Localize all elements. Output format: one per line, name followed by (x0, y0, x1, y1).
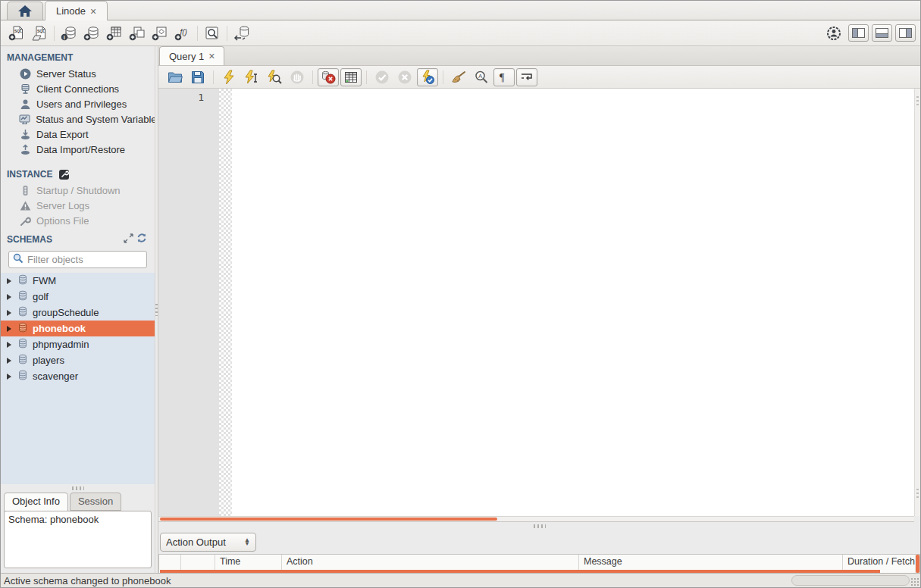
toggle-right-panel-icon[interactable] (895, 24, 916, 42)
schema-icon (17, 354, 28, 367)
toggle-stop-on-error-icon[interactable] (318, 68, 339, 86)
word-wrap-icon[interactable] (516, 68, 537, 86)
create-procedure-icon[interactable] (149, 23, 171, 43)
connection-tabbar: Linode × (1, 1, 920, 20)
limit-rows-icon[interactable] (340, 68, 362, 86)
resize-grip[interactable] (910, 577, 919, 586)
data-import-icon (19, 144, 31, 155)
tab-object-info[interactable]: Object Info (4, 493, 68, 511)
reconnect-database-icon[interactable] (230, 23, 253, 43)
sidebar-item-users-privileges[interactable]: Users and Privileges (1, 96, 155, 111)
output-vertical-scrollbar[interactable] (915, 555, 919, 573)
schema-row-groupschedule[interactable]: groupSchedule (1, 305, 155, 321)
sql-editor[interactable] (232, 89, 914, 516)
toggle-autocommit-icon[interactable] (417, 68, 438, 86)
save-icon[interactable] (187, 68, 208, 86)
output-panel: Action Output ▲▼ Time Action Message Dur… (158, 530, 920, 573)
schema-filter[interactable] (8, 251, 147, 268)
action-output-grid[interactable]: Time Action Message Duration / Fetch (158, 554, 920, 573)
object-info-content: Schema: phonebook (4, 511, 152, 568)
refresh-icon[interactable] (135, 233, 149, 243)
wrench-badge-icon (57, 170, 70, 180)
create-function-icon[interactable]: f() (171, 23, 194, 43)
scrollbar-thumb[interactable] (160, 518, 497, 521)
expander-icon[interactable] (5, 278, 13, 284)
close-icon[interactable]: × (208, 51, 215, 61)
schema-row-golf[interactable]: golf (1, 289, 155, 305)
execute-current-icon[interactable] (241, 68, 262, 86)
create-view-icon[interactable] (126, 23, 149, 43)
output-splitter[interactable] (158, 522, 920, 530)
new-sql-tab-icon[interactable]: SQL (5, 23, 28, 43)
query-tab-1[interactable]: Query 1 × (159, 46, 224, 65)
svg-text:f(): f() (180, 28, 187, 36)
schema-row-fwm[interactable]: FWM (1, 273, 155, 289)
expander-icon[interactable] (5, 326, 13, 332)
filter-objects-input[interactable] (27, 254, 161, 265)
expander-icon[interactable] (5, 374, 13, 380)
toolbar-separator (366, 70, 367, 84)
close-icon[interactable]: × (90, 6, 96, 17)
sidebar-item-server-logs[interactable]: Server Logs (1, 198, 155, 213)
toggle-left-panel-icon[interactable] (848, 24, 869, 42)
toolbar-separator (312, 70, 313, 84)
find-icon[interactable]: A (471, 68, 492, 86)
connection-tab-linode[interactable]: Linode × (45, 1, 108, 20)
execute-icon[interactable] (218, 68, 240, 86)
sidebar-item-system-variables[interactable]: Status and System Variables (1, 111, 155, 127)
create-table-icon[interactable] (103, 23, 126, 43)
query-tab-label: Query 1 (169, 51, 204, 62)
commit-icon[interactable] (371, 68, 393, 86)
filter-row (1, 248, 155, 273)
schema-row-players[interactable]: players (1, 352, 155, 368)
stop-icon[interactable] (287, 68, 308, 86)
tab-session[interactable]: Session (70, 493, 121, 511)
expander-icon[interactable] (5, 294, 13, 300)
schema-row-scavenger[interactable]: scavenger (1, 368, 155, 384)
rollback-icon[interactable] (394, 68, 415, 86)
editor-row: 1 (158, 89, 920, 516)
svg-text:¶: ¶ (500, 72, 505, 83)
explain-icon[interactable] (264, 68, 285, 86)
sidebar-item-data-import[interactable]: Data Import/Restore (1, 142, 155, 157)
sidebar-item-server-status[interactable]: Server Status (1, 66, 155, 81)
startup-shutdown-icon (19, 185, 31, 196)
search-icon (13, 253, 23, 266)
users-icon (19, 99, 31, 110)
sidebar-item-startup-shutdown[interactable]: Startup / Shutdown (1, 183, 155, 198)
home-tab[interactable] (7, 2, 43, 20)
sidebar-item-options-file[interactable]: Options File (1, 213, 155, 228)
open-file-icon[interactable] (164, 68, 186, 86)
sidebar-item-data-export[interactable]: Data Export (1, 127, 155, 142)
svg-text:A: A (478, 73, 483, 80)
create-schema-icon[interactable] (80, 23, 103, 43)
schema-icon (17, 338, 28, 351)
schema-row-phpmyadmin[interactable]: phpmyadmin (1, 336, 155, 352)
info-panel-splitter[interactable] (1, 484, 155, 492)
schemas-section-title: SCHEMAS (1, 228, 121, 248)
schema-icon (17, 370, 28, 383)
sidebar-item-client-connections[interactable]: Client Connections (1, 81, 155, 96)
editor-toolbar: A ¶ (158, 66, 920, 89)
open-sql-script-icon[interactable]: SQL (28, 23, 51, 43)
status-text: Active schema changed to phonebook (4, 575, 171, 586)
expander-icon[interactable] (5, 310, 13, 316)
beautify-icon[interactable] (448, 68, 469, 86)
schema-row-phonebook[interactable]: phonebook (1, 321, 155, 336)
schema-info-icon[interactable]: i (58, 23, 80, 43)
toolbar-separator (197, 26, 198, 41)
schema-icon (17, 322, 28, 335)
search-objects-icon[interactable] (201, 23, 224, 43)
expand-icon[interactable] (121, 233, 135, 243)
server-logs-icon (19, 200, 31, 211)
toggle-bottom-panel-icon[interactable] (872, 24, 892, 42)
expander-icon[interactable] (5, 358, 13, 364)
settings-icon[interactable] (822, 23, 845, 43)
invisible-characters-icon[interactable]: ¶ (493, 68, 515, 86)
output-type-select[interactable]: Action Output ▲▼ (160, 533, 256, 552)
query-tabbar: Query 1 × (158, 46, 920, 66)
editor-horizontal-scrollbar[interactable] (158, 516, 914, 522)
right-panel-splitter[interactable] (914, 89, 920, 516)
scrollbar-thumb[interactable] (916, 555, 919, 573)
expander-icon[interactable] (5, 342, 13, 348)
